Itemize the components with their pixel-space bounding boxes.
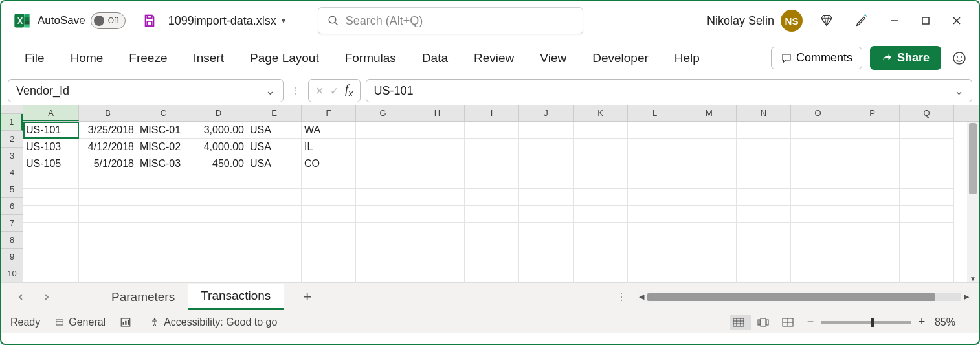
diamond-icon[interactable] <box>819 14 834 28</box>
cell-O10[interactable] <box>791 273 845 282</box>
cell-B10[interactable] <box>79 273 137 282</box>
cell-D6[interactable] <box>190 206 247 223</box>
row-header-10[interactable]: 10 <box>1 265 23 282</box>
user-account[interactable]: Nikolay Selin NS <box>707 10 803 32</box>
cell-M9[interactable] <box>682 256 737 273</box>
cell-A3[interactable]: US-105 <box>23 155 79 172</box>
cell-P10[interactable] <box>845 273 900 282</box>
cell-G6[interactable] <box>356 206 410 223</box>
close-button[interactable] <box>941 9 972 32</box>
cell-E7[interactable] <box>247 223 302 239</box>
cell-O8[interactable] <box>791 239 845 256</box>
cell-M8[interactable] <box>682 239 737 256</box>
cell-L3[interactable] <box>628 155 682 172</box>
cell-N4[interactable] <box>737 172 791 189</box>
column-header-E[interactable]: E <box>247 105 302 121</box>
cell-J9[interactable] <box>519 256 574 273</box>
cell-K1[interactable] <box>574 122 628 139</box>
column-header-A[interactable]: A <box>23 105 79 121</box>
column-header-B[interactable]: B <box>79 105 137 121</box>
cell-I3[interactable] <box>465 155 519 172</box>
pen-icon[interactable] <box>854 14 869 28</box>
cell-P9[interactable] <box>845 256 900 273</box>
sheet-options-icon[interactable]: ⋮ <box>616 291 627 303</box>
cell-C2[interactable]: MISC-02 <box>137 139 190 155</box>
maximize-button[interactable] <box>910 9 941 32</box>
cell-I4[interactable] <box>465 172 519 189</box>
cell-N7[interactable] <box>737 223 791 239</box>
scrollbar-thumb[interactable] <box>647 293 935 301</box>
cell-F9[interactable] <box>302 256 356 273</box>
column-header-L[interactable]: L <box>628 105 682 121</box>
cell-H1[interactable] <box>410 122 465 139</box>
cell-Q2[interactable] <box>900 139 954 155</box>
row-header-4[interactable]: 4 <box>1 164 23 181</box>
cell-G1[interactable] <box>356 122 410 139</box>
cell-P3[interactable] <box>845 155 900 172</box>
row-header-7[interactable]: 7 <box>1 215 23 232</box>
cell-O1[interactable] <box>791 122 845 139</box>
cell-L8[interactable] <box>628 239 682 256</box>
cell-L6[interactable] <box>628 206 682 223</box>
cell-F7[interactable] <box>302 223 356 239</box>
cell-N2[interactable] <box>737 139 791 155</box>
cell-C7[interactable] <box>137 223 190 239</box>
cell-L10[interactable] <box>628 273 682 282</box>
cell-B7[interactable] <box>79 223 137 239</box>
cell-H6[interactable] <box>410 206 465 223</box>
view-page-break-button[interactable] <box>779 315 800 330</box>
cell-J1[interactable] <box>519 122 574 139</box>
name-box[interactable]: Vendor_Id ⌄ <box>8 79 284 102</box>
ribbon-tab-file[interactable]: File <box>13 46 56 71</box>
cell-M4[interactable] <box>682 172 737 189</box>
cell-A1[interactable]: US-101 <box>23 122 79 139</box>
status-stats-icon[interactable] <box>120 317 135 328</box>
sheet-nav-prev[interactable] <box>13 289 28 305</box>
cell-D4[interactable] <box>190 172 247 189</box>
cell-A9[interactable] <box>23 256 79 273</box>
row-header-6[interactable]: 6 <box>1 198 23 215</box>
cell-J4[interactable] <box>519 172 574 189</box>
column-header-I[interactable]: I <box>465 105 519 121</box>
cell-B8[interactable] <box>79 239 137 256</box>
cell-B9[interactable] <box>79 256 137 273</box>
cell-D3[interactable]: 450.00 <box>190 155 247 172</box>
cell-D8[interactable] <box>190 239 247 256</box>
cell-M3[interactable] <box>682 155 737 172</box>
cell-H4[interactable] <box>410 172 465 189</box>
cell-J10[interactable] <box>519 273 574 282</box>
cell-F10[interactable] <box>302 273 356 282</box>
cell-C4[interactable] <box>137 172 190 189</box>
cell-B3[interactable]: 5/1/2018 <box>79 155 137 172</box>
cell-F2[interactable]: IL <box>302 139 356 155</box>
row-header-3[interactable]: 3 <box>1 148 23 164</box>
cell-E3[interactable]: USA <box>247 155 302 172</box>
cell-K9[interactable] <box>574 256 628 273</box>
cell-L7[interactable] <box>628 223 682 239</box>
column-header-N[interactable]: N <box>737 105 791 121</box>
column-header-H[interactable]: H <box>410 105 465 121</box>
cell-K7[interactable] <box>574 223 628 239</box>
cell-G5[interactable] <box>356 189 410 206</box>
cell-O5[interactable] <box>791 189 845 206</box>
cell-I6[interactable] <box>465 206 519 223</box>
cell-Q8[interactable] <box>900 239 954 256</box>
cell-G4[interactable] <box>356 172 410 189</box>
cell-B5[interactable] <box>79 189 137 206</box>
comments-button[interactable]: Comments <box>771 47 862 69</box>
cell-C6[interactable] <box>137 206 190 223</box>
formula-input[interactable]: US-101 ⌄ <box>366 79 972 102</box>
cell-Q9[interactable] <box>900 256 954 273</box>
cell-N1[interactable] <box>737 122 791 139</box>
cell-G2[interactable] <box>356 139 410 155</box>
cell-A4[interactable] <box>23 172 79 189</box>
cell-K2[interactable] <box>574 139 628 155</box>
cell-F8[interactable] <box>302 239 356 256</box>
cell-H10[interactable] <box>410 273 465 282</box>
cell-K4[interactable] <box>574 172 628 189</box>
cell-K6[interactable] <box>574 206 628 223</box>
ribbon-tab-formulas[interactable]: Formulas <box>333 46 408 71</box>
cell-C9[interactable] <box>137 256 190 273</box>
autosave-toggle[interactable]: Off <box>91 12 126 29</box>
cell-Q7[interactable] <box>900 223 954 239</box>
